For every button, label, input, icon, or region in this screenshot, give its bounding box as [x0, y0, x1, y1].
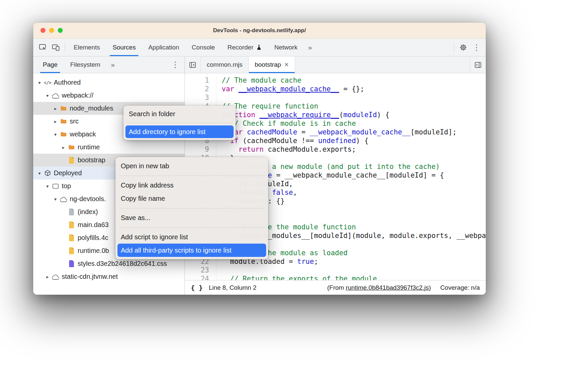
tree-item-label: runtime.0b [78, 247, 109, 255]
menu-separator [119, 208, 265, 208]
menu-item-open-in-new-tab[interactable]: Open in new tab [115, 159, 268, 173]
source-map-info: (From runtime.0b841bad3967f3c2.js) [327, 284, 431, 291]
file-js-icon [69, 247, 74, 254]
tab-label: Elements [74, 44, 100, 51]
pretty-print-icon[interactable]: { } [191, 284, 203, 292]
coverage-info: Coverage: n/a [440, 284, 480, 291]
tree-item-label: bootstrap [78, 156, 105, 164]
disclosure-right-icon[interactable]: ▸ [60, 145, 67, 150]
code-line-text [216, 93, 222, 102]
disclosure-right-icon[interactable]: ▸ [44, 274, 51, 279]
disclosure-down-icon[interactable]: ▾ [36, 171, 43, 176]
disclosure-down-icon[interactable]: ▾ [52, 132, 59, 137]
device-toolbar-button[interactable] [49, 38, 62, 56]
menu-item-label: Add script to ignore list [121, 233, 188, 241]
tree-item-label: src [70, 117, 79, 125]
tree-item-runtime[interactable]: ▸runtime [33, 141, 184, 154]
disclosure-down-icon[interactable]: ▾ [52, 196, 59, 202]
sidebar-tab-filesystem[interactable]: Filesystem [64, 56, 107, 73]
code-line: 3 [185, 93, 486, 102]
navigator-more-options-button[interactable]: ⋮ [169, 56, 182, 73]
menu-separator [119, 227, 265, 228]
menu-item-label: Add all third-party scripts to ignore li… [121, 247, 231, 254]
folder-context-menu: Search in folderAdd directory to ignore … [123, 106, 236, 140]
tree-item-label: polyfills.4c [78, 234, 108, 242]
line-number[interactable]: 2 [185, 85, 216, 93]
tree-item-label: webpack:// [62, 92, 94, 99]
menu-item-add-all-third-party-scripts-to-ignore-list[interactable]: Add all third-party scripts to ignore li… [117, 244, 266, 257]
tab-label: Console [192, 44, 215, 51]
code-line-text: function __webpack_require__(moduleId) { [216, 111, 390, 119]
editor-tab-bootstrap[interactable]: bootstrap× [249, 56, 295, 73]
tab-console[interactable]: Console [185, 38, 221, 56]
line-number[interactable]: 9 [185, 145, 216, 154]
tree-item-label: webpack [70, 130, 96, 138]
code-line: 9 return cachedModule.exports; [185, 145, 486, 154]
tree-item-label: node_modules [70, 105, 113, 112]
tree-item-label: Deployed [54, 169, 82, 177]
line-number[interactable]: 23 [185, 266, 216, 274]
line-number[interactable]: 1 [185, 76, 216, 85]
toolbar-separator [65, 43, 65, 52]
window-titlebar[interactable]: DevTools - ng-devtools.netlify.app/ [33, 23, 486, 38]
settings-gear-button[interactable] [457, 38, 470, 56]
menu-item-label: Search in folder [129, 110, 175, 118]
menu-item-add-directory-to-ignore-list[interactable]: Add directory to ignore list [125, 125, 234, 138]
more-panels-chevron[interactable]: » [304, 38, 316, 56]
disclosure-right-icon[interactable]: ▸ [52, 106, 59, 111]
menu-item-copy-file-name[interactable]: Copy file name [115, 192, 268, 205]
more-sidebar-tabs-chevron[interactable]: » [107, 56, 119, 73]
zoom-window-button[interactable] [58, 28, 63, 33]
code-line-text [216, 266, 222, 274]
tree-item-label: ng-devtools. [70, 195, 106, 203]
disclosure-right-icon[interactable]: ▸ [52, 119, 59, 124]
code-line: 23 [185, 266, 486, 274]
file-js-icon [69, 234, 74, 241]
code-line-text: if (cachedModule !== undefined) { [216, 136, 369, 145]
close-tab-icon[interactable]: × [284, 61, 289, 68]
tab-application[interactable]: Application [142, 38, 185, 56]
tab-sources[interactable]: Sources [106, 38, 142, 56]
customize-menu-button[interactable]: ⋮ [470, 38, 483, 56]
sidebar-tab-page[interactable]: Page [37, 56, 64, 73]
menu-item-save-as[interactable]: Save as... [115, 211, 268, 224]
inspect-element-button[interactable] [36, 38, 49, 56]
cloud-icon [52, 273, 59, 280]
tab-recorder[interactable]: Recorder [221, 38, 268, 56]
disclosure-down-icon[interactable]: ▾ [44, 184, 51, 189]
file-js-icon [69, 221, 74, 228]
menu-item-search-in-folder[interactable]: Search in folder [123, 108, 236, 120]
tab-label: Recorder [228, 44, 254, 51]
code-line-text: var __webpack_module_cache__ = {}; [216, 85, 364, 93]
show-sidebar-panel-button[interactable] [470, 56, 486, 73]
disclosure-down-icon[interactable]: ▾ [44, 93, 51, 98]
disclosure-down-icon[interactable]: ▾ [36, 80, 43, 85]
gear-icon [459, 43, 467, 51]
tree-item-static-cdn-jtvnw-net[interactable]: ▸static-cdn.jtvnw.net [33, 270, 184, 283]
file-plain-icon [69, 208, 74, 215]
tab-elements[interactable]: Elements [67, 38, 106, 56]
tab-network[interactable]: Network [268, 38, 304, 56]
tree-item-authored[interactable]: ▾</>Authored [33, 76, 184, 89]
inspect-icon [38, 43, 46, 51]
hide-navigator-button[interactable] [185, 56, 201, 73]
status-source-link[interactable]: runtime.0b841bad3967f3c2.js [346, 284, 429, 291]
menu-item-add-script-to-ignore-list[interactable]: Add script to ignore list [115, 230, 268, 244]
editor-tab-label: common.mjs [207, 61, 243, 68]
menu-item-label: Copy file name [121, 195, 165, 202]
line-number[interactable]: 3 [185, 93, 216, 102]
tab-label: Page [43, 61, 57, 68]
code-line: 2var __webpack_module_cache__ = {}; [185, 85, 486, 93]
traffic-lights [40, 23, 63, 38]
line-number[interactable]: 24 [185, 274, 216, 280]
close-window-button[interactable] [40, 28, 45, 33]
menu-item-copy-link-address[interactable]: Copy link address [115, 179, 268, 192]
code-line: 24 // Return the exports of the module [185, 274, 486, 280]
collapse-navigator-icon [189, 61, 196, 69]
folder-icon [60, 119, 67, 124]
editor-tab-common-mjs[interactable]: common.mjs [201, 56, 249, 73]
tree-item-label: styles.d3e2b24618d2c641.css [78, 260, 167, 268]
menu-item-label: Open in new tab [121, 162, 169, 170]
minimize-window-button[interactable] [49, 28, 54, 33]
tree-item-webpack[interactable]: ▾webpack:// [33, 89, 184, 102]
